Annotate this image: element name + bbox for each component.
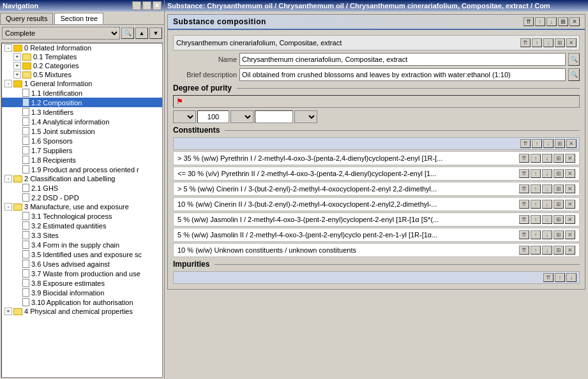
tree-item-t38[interactable]: 3.8 Exposure estimates — [2, 278, 162, 288]
constituent-up-3[interactable]: ↑ — [531, 200, 541, 209]
entity-expand-btn[interactable]: ⊞ — [555, 38, 565, 47]
scroll-down-button[interactable]: ▼ — [149, 27, 162, 39]
constituent-dbl-up-6[interactable]: ⇈ — [519, 246, 529, 255]
entity-double-up-btn[interactable]: ⇈ — [520, 38, 531, 47]
tree-item-t12[interactable]: 1.2 Composition — [2, 98, 162, 107]
maximize-button[interactable]: □ — [142, 1, 151, 10]
tree-item-t14[interactable]: 1.4 Analytical information — [2, 117, 162, 126]
constituent-add-3[interactable]: ⊞ — [554, 200, 564, 209]
tree-item-t36[interactable]: 3.6 Uses advised against — [2, 259, 162, 269]
constituent-down-0[interactable]: ↓ — [542, 154, 552, 163]
tree-item-root4[interactable]: +4 Physical and chemical properties — [2, 307, 162, 316]
constituent-dbl-up-3[interactable]: ⇈ — [519, 200, 529, 209]
section-close-btn[interactable]: ✕ — [569, 17, 580, 26]
constituent-del-0[interactable]: ✕ — [565, 154, 575, 163]
constituent-add-5[interactable]: ⊞ — [554, 230, 564, 239]
constituent-del-4[interactable]: ✕ — [565, 215, 575, 224]
entity-up-btn[interactable]: ↑ — [532, 38, 542, 47]
constituent-down-4[interactable]: ↓ — [542, 215, 552, 224]
tree-item-t18[interactable]: 1.8 Recipients — [2, 155, 162, 165]
tree-item-t35[interactable]: 3.5 Identified uses and exposure sc — [2, 249, 162, 259]
constituent-down-2[interactable]: ↓ — [542, 184, 552, 193]
section-double-up-btn[interactable]: ⇈ — [524, 17, 534, 26]
tree-item-t33[interactable]: 3.3 Sites — [2, 230, 162, 240]
constituents-double-up-btn[interactable]: ⇈ — [520, 139, 531, 148]
tab-query-results[interactable]: Query results — [0, 13, 53, 24]
constituents-up-btn[interactable]: ↑ — [532, 139, 542, 148]
constituent-row-4[interactable]: 5 % (w/w) Jasmolin I / 2-methyl-4-oxo-3-… — [173, 212, 580, 227]
tree-item-t11[interactable]: 1.1 Identification — [2, 88, 162, 98]
constituent-del-3[interactable]: ✕ — [565, 200, 575, 209]
purity-value-input-2[interactable] — [255, 110, 293, 123]
entity-close-btn[interactable]: ✕ — [566, 38, 577, 47]
constituent-dbl-up-5[interactable]: ⇈ — [519, 230, 529, 239]
constituent-down-6[interactable]: ↓ — [542, 246, 552, 255]
tree-item-t13[interactable]: 1.3 Identifiers — [2, 107, 162, 117]
name-input[interactable] — [239, 53, 566, 66]
constituents-close-btn[interactable]: ✕ — [566, 139, 577, 148]
constituent-add-1[interactable]: ⊞ — [554, 169, 564, 178]
constituent-row-5[interactable]: 5 % (w/w) Jasmolin II / 2-methyl-4-oxo-3… — [173, 228, 580, 242]
constituent-row-0[interactable]: > 35 % (w/w) Pyrethrin I / 2-methyl-4-ox… — [173, 151, 580, 165]
tab-section-tree[interactable]: Section tree — [54, 13, 103, 24]
constituent-add-4[interactable]: ⊞ — [554, 215, 564, 224]
constituents-add-btn[interactable]: ⊞ — [555, 139, 565, 148]
constituent-dbl-up-0[interactable]: ⇈ — [519, 154, 529, 163]
constituent-up-6[interactable]: ↑ — [531, 246, 541, 255]
constituent-del-1[interactable]: ✕ — [565, 169, 575, 178]
constituent-del-2[interactable]: ✕ — [565, 184, 575, 193]
tree-item-t03[interactable]: +0.5 Mixtures — [2, 70, 162, 79]
tree-item-t01[interactable]: +0.1 Templates — [2, 52, 162, 61]
constituent-dbl-up-4[interactable]: ⇈ — [519, 215, 529, 224]
brief-desc-input[interactable] — [239, 68, 566, 81]
constituent-add-6[interactable]: ⊞ — [554, 246, 564, 255]
impurities-up-btn[interactable]: ↑ — [555, 273, 565, 282]
tree-item-t21[interactable]: 2.1 GHS — [2, 183, 162, 193]
tree-item-t39[interactable]: 3.9 Biocidal information — [2, 288, 162, 297]
tree-item-t22[interactable]: 2.2 DSD - DPD — [2, 193, 162, 202]
tree-item-t310[interactable]: 3.10 Application for authorisation — [2, 297, 162, 307]
constituent-up-0[interactable]: ↑ — [531, 154, 541, 163]
tree-item-t15[interactable]: 1.5 Joint submission — [2, 126, 162, 136]
purity-value-input[interactable] — [197, 110, 229, 123]
tree-item-t34[interactable]: 3.4 Form in the supply chain — [2, 240, 162, 249]
purity-select-3[interactable] — [294, 110, 317, 123]
constituent-add-2[interactable]: ⊞ — [554, 184, 564, 193]
tree-item-t37[interactable]: 3.7 Waste from production and use — [2, 269, 162, 278]
impurities-double-up-btn[interactable]: ⇈ — [543, 273, 554, 282]
tree-item-root1[interactable]: -1 General Information — [2, 79, 162, 88]
constituent-down-1[interactable]: ↓ — [542, 169, 552, 178]
tree-item-t32[interactable]: 3.2 Estimated quantities — [2, 221, 162, 230]
constituent-row-6[interactable]: 10 % (w/w) Unknown constituents / unknow… — [173, 243, 580, 257]
section-expand-btn[interactable]: ⊞ — [558, 17, 568, 26]
minimize-button[interactable]: _ — [132, 1, 141, 10]
constituent-up-1[interactable]: ↑ — [531, 169, 541, 178]
tree-item-t31[interactable]: 3.1 Technological process — [2, 211, 162, 221]
constituents-down-btn[interactable]: ↓ — [543, 139, 554, 148]
tree-item-root0[interactable]: -0 Related Information — [2, 43, 162, 52]
constituent-row-1[interactable]: <= 30 % (v/v) Pyrethrin II / 2-methyl-4-… — [173, 167, 580, 181]
search-button[interactable]: 🔍 — [121, 27, 134, 39]
tree-item-t16[interactable]: 1.6 Sponsors — [2, 136, 162, 145]
entity-down-btn[interactable]: ↓ — [543, 38, 554, 47]
close-button[interactable]: ✕ — [153, 1, 162, 10]
constituent-row-3[interactable]: 10 % (w/w) Cinerin II / 3-(but-2-enyl)-2… — [173, 197, 580, 211]
section-down-btn[interactable]: ↓ — [547, 17, 557, 26]
constituent-up-4[interactable]: ↑ — [531, 215, 541, 224]
constituent-dbl-up-1[interactable]: ⇈ — [519, 169, 529, 178]
purity-select-1[interactable] — [173, 110, 196, 123]
constituent-up-5[interactable]: ↑ — [531, 230, 541, 239]
tree-item-root3[interactable]: -3 Manufacture, use and exposure — [2, 202, 162, 211]
constituent-down-3[interactable]: ↓ — [542, 200, 552, 209]
brief-desc-search-btn[interactable]: 🔍 — [568, 68, 580, 81]
complete-dropdown[interactable]: Complete — [2, 27, 120, 40]
constituent-up-2[interactable]: ↑ — [531, 184, 541, 193]
name-search-btn[interactable]: 🔍 — [568, 53, 580, 66]
impurities-down-btn[interactable]: ↓ — [566, 273, 577, 282]
constituent-row-2[interactable]: > 5 % (w/w) Cinerin I / 3-(but-2-enyl)-2… — [173, 182, 580, 196]
constituent-add-0[interactable]: ⊞ — [554, 154, 564, 163]
constituent-del-6[interactable]: ✕ — [565, 246, 575, 255]
constituent-del-5[interactable]: ✕ — [565, 230, 575, 239]
tree-item-t19[interactable]: 1.9 Product and process oriented r — [2, 165, 162, 174]
tree-item-t17[interactable]: 1.7 Suppliers — [2, 145, 162, 155]
